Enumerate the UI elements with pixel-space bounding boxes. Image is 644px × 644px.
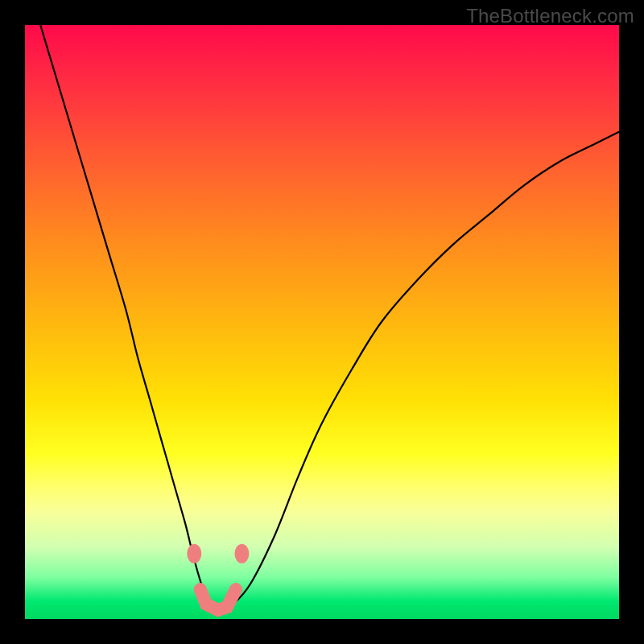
valley-dot-right xyxy=(234,544,249,564)
bottleneck-curve-svg xyxy=(25,25,619,619)
marker-group xyxy=(187,544,249,610)
valley-dot-left xyxy=(187,544,201,564)
watermark-text: TheBottleneck.com xyxy=(466,5,634,27)
valley-highlight xyxy=(200,589,236,610)
bottleneck-curve-path xyxy=(37,13,619,610)
chart-plot-area xyxy=(25,25,619,619)
